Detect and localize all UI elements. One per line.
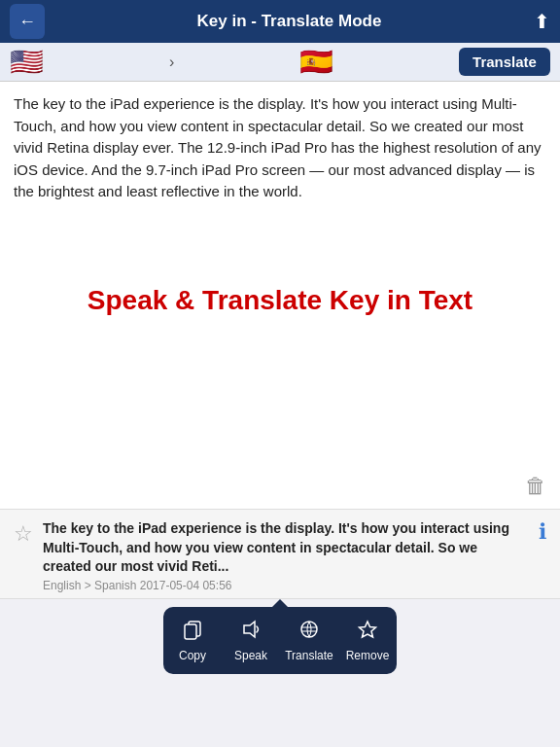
popup-remove-button[interactable]: Remove [338,615,397,666]
remove-icon [357,619,378,645]
svg-rect-1 [185,624,196,639]
translate-label: Translate [285,649,333,662]
nav-bar: ← Key in - Translate Mode ⬆ [0,0,560,43]
copy-icon [182,619,203,645]
remove-label: Remove [346,649,390,662]
info-icon[interactable]: ℹ [539,519,546,545]
language-bar: 🇺🇸 › 🇪🇸 Translate [0,43,560,82]
svg-point-3 [301,622,317,637]
speak-label: Speak [234,649,267,662]
trash-icon[interactable]: 🗑 [525,474,546,499]
star-icon[interactable]: ☆ [14,521,33,547]
history-item: ☆ The key to the iPad experience is the … [0,510,560,599]
back-button[interactable]: ← [10,4,45,39]
copy-label: Copy [179,649,206,662]
popup-copy-button[interactable]: Copy [163,615,222,666]
svg-marker-2 [244,622,255,637]
translated-text-area: Speak & Translate Key in Text [14,203,546,398]
lang-arrow-icon: › [169,53,174,71]
popup-arrow [272,599,288,607]
speak-icon [240,619,262,645]
popup-speak-button[interactable]: Speak [222,615,280,666]
translate-button[interactable]: Translate [459,48,550,76]
target-flag[interactable]: 🇪🇸 [299,49,333,76]
popup-menu: Copy Speak Transl [163,607,397,674]
history-text: The key to the iPad experience is the di… [43,519,529,577]
history-text-block: The key to the iPad experience is the di… [43,519,529,592]
popup-menu-container: Copy Speak Transl [0,607,560,674]
main-content-area: The key to the iPad experience is the di… [0,82,560,510]
translated-text: Speak & Translate Key in Text [88,285,472,316]
translate-icon [298,619,320,645]
bottom-area [0,674,560,747]
back-icon: ← [18,12,36,32]
history-meta: English > Spanish 2017-05-04 05:56 [43,579,529,592]
source-text: The key to the iPad experience is the di… [14,93,546,203]
svg-marker-6 [360,622,376,637]
source-flag[interactable]: 🇺🇸 [10,49,44,76]
popup-translate-button[interactable]: Translate [280,615,338,666]
share-button[interactable]: ⬆ [534,10,550,33]
nav-title: Key in - Translate Mode [197,12,382,31]
